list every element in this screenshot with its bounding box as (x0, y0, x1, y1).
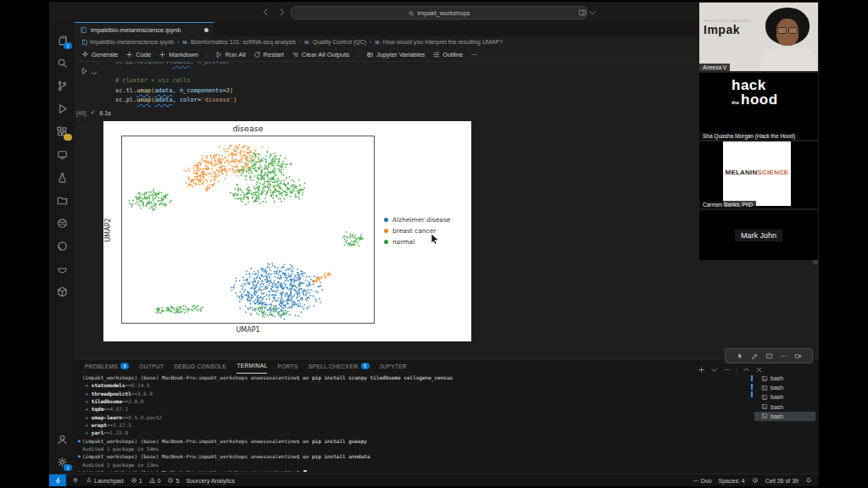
panel-tab-output[interactable]: OUTPUT (139, 359, 164, 373)
layout-control[interactable] (578, 4, 597, 19)
status-item-0[interactable]: 0 (149, 477, 161, 484)
panel-tab-problems[interactable]: PROBLEMS6 (85, 359, 129, 373)
bottom-panel: PROBLEMS6OUTPUTDEBUG CONSOLETERMINALPORT… (75, 358, 819, 474)
status-item-1[interactable]: 1 (131, 477, 142, 484)
person-shirt (760, 48, 816, 71)
cell-more-actions[interactable]: ··· (78, 123, 87, 130)
activity-badge: 1 (64, 42, 72, 49)
clear-all-outputs-button[interactable]: Clear All Outputs (292, 51, 349, 58)
status-item-cell-26-of-39[interactable]: Cell 26 of 39 (765, 478, 798, 484)
execution-count: [49] (76, 110, 86, 116)
dirty-indicator[interactable] (204, 28, 209, 32)
camera-icon[interactable] (794, 348, 802, 363)
run-cell-button[interactable] (81, 66, 95, 75)
cursor-icon[interactable] (737, 348, 744, 363)
status-item-spaces-4[interactable]: Spaces: 4 (719, 478, 745, 484)
activity-bar: 1 1 (49, 22, 75, 474)
legend-dot (384, 229, 388, 233)
terminal-line: ●(impakt_workshops) (base) MacBook-Pro:i… (76, 437, 741, 445)
notebook-file-icon (80, 25, 87, 34)
status-item-face[interactable] (752, 477, 759, 484)
search-icon (408, 8, 415, 16)
activity-item-gear[interactable]: 1 (52, 451, 72, 473)
terminal-session-bash[interactable]: bash (754, 402, 815, 412)
activity-item-testing[interactable] (52, 166, 72, 188)
activity-item-github[interactable] (52, 235, 72, 257)
status-item-sourcery-analytics[interactable]: Sourcery Analytics (186, 478, 235, 484)
tab-notebook[interactable]: impaktbio-melaninscience.ipynb (75, 22, 214, 36)
activity-item-debug[interactable] (52, 97, 72, 119)
activity-item-source-control[interactable] (52, 75, 72, 97)
status-item-5[interactable]: 5 (167, 477, 179, 484)
status-bar: Launchpad105Sourcery Analytics DuoSpaces… (49, 474, 819, 486)
chev-up-icon[interactable] (743, 362, 750, 377)
legend-item: Alzheimer disease (384, 216, 450, 224)
breadcrumb-label: How would you interpret the resulting UM… (383, 39, 503, 45)
status-item-duo[interactable]: Duo (693, 477, 712, 484)
terminal-session-bash[interactable]: bash (754, 374, 815, 383)
status-item-plug[interactable] (72, 477, 79, 484)
jupyter-variables-button[interactable]: Jupyter Variables (366, 51, 425, 58)
panel-tab-spell-checker[interactable]: SPELL CHECKER5 (309, 359, 370, 373)
history-forward-icon[interactable] (277, 4, 287, 19)
terminal-line: Audited 1 package in 13ms (76, 461, 741, 469)
activity-item-bowl[interactable] (52, 258, 72, 280)
panel-tab-terminal[interactable]: TERMINAL (236, 359, 267, 374)
pencil-icon[interactable] (751, 348, 759, 363)
video-tile-shaquasha: hack the hood Sha Quasha Morgan (Hack th… (699, 73, 818, 140)
terminal-line: ●(impakt_workshops) (base) MacBook-Pro:i… (76, 452, 741, 460)
activity-bar-bottom: 1 (52, 428, 72, 474)
markdown-icon: M↓ (304, 40, 310, 45)
markdown-button[interactable]: Markdown (159, 51, 198, 58)
execution-info: [49] ✓ 6.1s (76, 109, 111, 116)
search-value: impakt_workshops (417, 9, 470, 17)
ellipsis-icon[interactable] (780, 348, 787, 363)
panel-tab-jupyter[interactable]: JUPYTER (380, 359, 407, 373)
outline-button[interactable]: Outline (432, 51, 463, 58)
breadcrumb-item[interactable]: M↓Bioinformatics 101: scRNA-seq analysis (183, 39, 296, 45)
panel-tab-ports[interactable]: PORTS (277, 359, 298, 373)
activity-item-folder[interactable] (52, 189, 72, 211)
video-tile-mark: Mark John (699, 210, 818, 260)
remote-indicator[interactable] (49, 474, 66, 486)
breadcrumb-item[interactable]: M↓How would you interpret the resulting … (375, 39, 503, 45)
generate-button[interactable]: Generate (81, 51, 118, 58)
breadcrumb-item[interactable]: M↓Quality Control (QC) (304, 39, 366, 45)
terminal-session-bash[interactable]: bash (754, 412, 815, 421)
person-glasses (777, 27, 798, 34)
command-center-search[interactable]: impakt_workshops (291, 6, 587, 19)
screen-icon[interactable] (765, 348, 773, 363)
impak-logo: PRECISION LEARNING Impak (704, 19, 751, 36)
umap-figure-output: disease UMAP1 UMAP2 Alzheimer diseasebre… (103, 121, 471, 341)
x-axis-label: UMAP1 (121, 326, 375, 334)
activity-badge (64, 134, 72, 141)
status-item-bell[interactable] (805, 477, 812, 484)
hack-the-hood-logo: hack the hood (732, 78, 778, 107)
run-all-button[interactable]: Run All (215, 51, 246, 58)
terminal-line: + tiledbsoma==2.0.0 (76, 397, 741, 405)
terminal-output[interactable]: (impakt_workshops) (base) MacBook-Pro:im… (76, 374, 741, 472)
terminal-line: (impakt_workshops) (base) MacBook-Pro:im… (76, 374, 741, 381)
activity-item-search[interactable] (52, 52, 72, 74)
activity-item-ball[interactable] (52, 212, 72, 234)
activity-item-files[interactable]: 1 (52, 29, 72, 51)
activity-item-account[interactable] (52, 428, 72, 450)
code-line: sc.pl.umap(adata, color='disease') (115, 96, 236, 105)
restart-button[interactable]: Restart (253, 51, 284, 58)
terminal-session-bash[interactable]: bash (754, 383, 815, 392)
activity-item-cube[interactable] (52, 280, 72, 302)
participant-name: Aneesa V (699, 64, 730, 71)
code-button[interactable]: Code (125, 51, 151, 58)
history-back-icon[interactable] (261, 4, 270, 19)
breadcrumb-item[interactable]: impaktbio-melaninscience.ipynb (81, 39, 174, 46)
video-tile-aneesa: PRECISION LEARNING Impak Aneesa V (699, 3, 818, 71)
legend-dot (384, 218, 388, 222)
more-button[interactable] (470, 51, 478, 58)
activity-item-remote-explorer[interactable] (52, 143, 72, 165)
run-icon (81, 66, 89, 75)
terminal-session-bash[interactable]: bash (754, 392, 815, 402)
panel-tab-debug-console[interactable]: DEBUG CONSOLE (174, 359, 226, 373)
video-tile-carmen: MELANINSCIENCE Carmen Banks, PhD (699, 141, 818, 208)
activity-item-extensions[interactable] (52, 120, 72, 142)
status-item-launchpad[interactable]: Launchpad (86, 477, 124, 484)
